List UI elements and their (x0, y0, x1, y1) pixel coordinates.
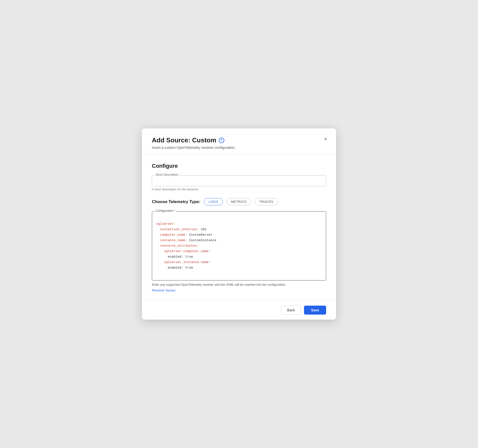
telemetry-logs-button[interactable]: LOGS (204, 198, 223, 205)
telemetry-traces-button[interactable]: TRACES (255, 198, 278, 205)
short-description-label: Short Description (155, 173, 179, 176)
short-description-input[interactable] (155, 177, 323, 183)
short-description-hint: A short description for the resource (152, 188, 326, 191)
modal-footer: Back Save (142, 300, 336, 320)
short-description-wrapper: Short Description (152, 175, 326, 186)
configuration-label: Configuration * (155, 209, 176, 213)
modal-title-row: Add Source: Custom ? (152, 136, 326, 144)
save-button[interactable]: Save (304, 306, 326, 315)
modal-title: Add Source: Custom (152, 136, 216, 144)
back-button[interactable]: Back (281, 306, 301, 315)
add-source-modal: Add Source: Custom ? Insert a custom Ope… (142, 128, 336, 319)
configuration-wrapper[interactable]: Configuration * sqlserver: collection_in… (152, 211, 326, 280)
configuration-group: Configuration * sqlserver: collection_in… (152, 211, 326, 292)
modal-body: Configure Short Description A short desc… (142, 155, 336, 300)
telemetry-row: Choose Telemetry Type: LOGS METRICS TRAC… (152, 198, 326, 205)
section-title: Configure (152, 163, 326, 169)
short-description-group: Short Description A short description fo… (152, 175, 326, 191)
modal-header: Add Source: Custom ? Insert a custom Ope… (142, 128, 336, 155)
receiver-syntax-link[interactable]: Receiver Syntax (152, 288, 176, 292)
required-star: * (173, 209, 175, 213)
help-icon[interactable]: ? (219, 138, 224, 143)
telemetry-metrics-button[interactable]: METRICS (226, 198, 251, 205)
modal-subtitle: Insert a custom OpenTelemetry receiver c… (152, 146, 326, 150)
close-button[interactable]: × (323, 135, 328, 143)
telemetry-label: Choose Telemetry Type: (152, 199, 200, 204)
configuration-hint: Enter any supported OpenTelemetry receiv… (152, 283, 326, 286)
configuration-code[interactable]: sqlserver: collection_interval: 10s comp… (156, 216, 322, 276)
